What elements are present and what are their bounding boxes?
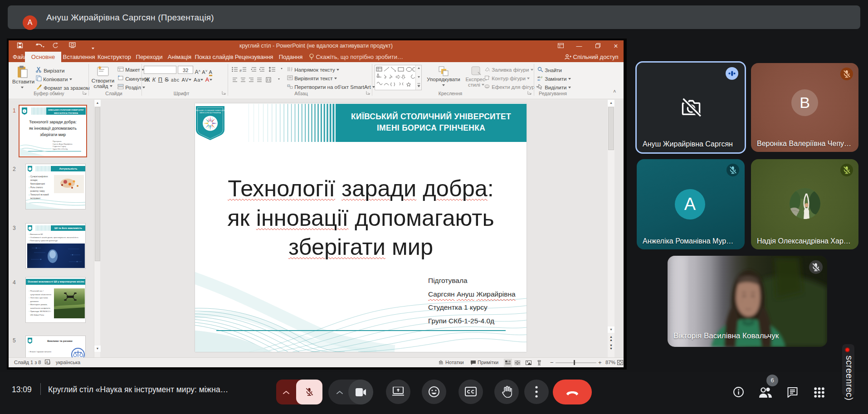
svg-text:ІМЕНІ БОРИСА ГРІНЧЕНКА: ІМЕНІ БОРИСА ГРІНЧЕНКА: [200, 112, 221, 114]
svg-text:#: #: [239, 68, 242, 73]
svg-text:A: A: [46, 360, 49, 364]
svg-text:КИЇВСЬКИЙ СТОЛИЧНИЙ УНІВЕРСИТЕ: КИЇВСЬКИЙ СТОЛИЧНИЙ УНІВЕРСИТЕТ: [195, 110, 226, 112]
svg-text:ac: ac: [537, 78, 540, 81]
